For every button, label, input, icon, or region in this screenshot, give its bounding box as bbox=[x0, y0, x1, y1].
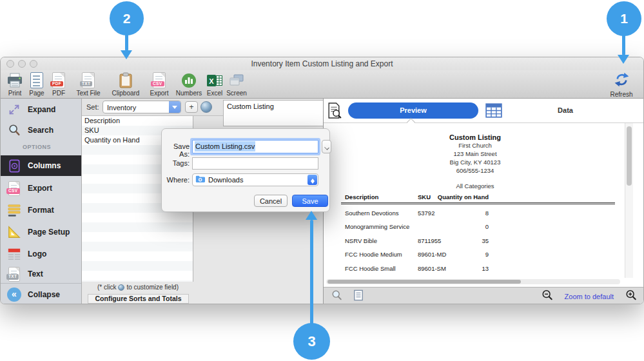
address-line: Big City, KY 40123 bbox=[420, 158, 530, 166]
sidebar-item-export[interactable]: CSV Export bbox=[1, 179, 81, 198]
report-notes-icon[interactable] bbox=[353, 289, 364, 304]
csv-doc-icon: CSV bbox=[6, 180, 22, 196]
sidebar-item-text[interactable]: TXT Text bbox=[1, 265, 81, 283]
data-grid-icon[interactable] bbox=[485, 102, 503, 122]
zoom-to-default-link[interactable]: Zoom to default bbox=[565, 293, 614, 300]
callout-1: 1 bbox=[607, 1, 641, 36]
save-dialog: Save As: Custom Listing.csv Tags: Where:… bbox=[161, 128, 330, 212]
add-set-button[interactable]: + bbox=[185, 101, 198, 113]
screenshot-canvas: Inventory Item Custom Listing and Export… bbox=[0, 0, 644, 361]
excel-icon: X bbox=[206, 72, 223, 89]
list-item[interactable]: Description bbox=[82, 116, 193, 126]
tab-data[interactable]: Data bbox=[536, 106, 594, 114]
customize-hint: (* click to customize field) bbox=[82, 284, 194, 291]
org-name: First Church bbox=[420, 141, 530, 150]
page-icon bbox=[30, 72, 43, 89]
table-cell: 53792 bbox=[418, 210, 434, 217]
txt-doc-icon: TXT bbox=[6, 266, 22, 282]
expand-icon bbox=[6, 102, 22, 117]
toolbar-numbers-button[interactable]: Numbers bbox=[174, 72, 204, 97]
screen-icon bbox=[228, 72, 245, 89]
phone: 606/555-1234 bbox=[420, 166, 530, 175]
svg-text:X: X bbox=[209, 77, 214, 84]
zoom-out-icon[interactable] bbox=[542, 289, 553, 304]
sidebar: Expand Search OPTIONS Columns CSV Export bbox=[1, 99, 82, 304]
toolbar-textfile-button[interactable]: TXT Text File bbox=[70, 72, 107, 97]
callout-2-arrow bbox=[121, 50, 132, 59]
sidebar-item-search[interactable]: Search bbox=[1, 121, 81, 140]
col-header-description: Description bbox=[345, 193, 378, 200]
clipboard-icon bbox=[117, 72, 134, 89]
expand-dialog-button[interactable] bbox=[322, 140, 331, 153]
callout-1-arrow bbox=[618, 55, 629, 64]
toolbar-export-button[interactable]: CSV Export bbox=[144, 72, 174, 97]
table-cell: NSRV Bible bbox=[345, 237, 377, 244]
collapse-icon bbox=[6, 287, 22, 302]
toolbar-page-button[interactable]: Page bbox=[26, 72, 48, 97]
preview-page: Custom Listing First Church 123 Main Str… bbox=[324, 123, 644, 278]
folder-stepper-icon[interactable] bbox=[307, 175, 317, 185]
save-as-input[interactable]: Custom Listing.csv bbox=[192, 140, 318, 153]
tab-preview[interactable]: Preview bbox=[348, 102, 478, 119]
preview-panel: Preview Data Custom Listing First Church… bbox=[323, 99, 644, 304]
category-label: All Categories bbox=[420, 182, 530, 190]
callout-2: 2 bbox=[110, 1, 144, 35]
titlebar: Inventory Item Custom Listing and Export bbox=[1, 57, 643, 70]
sidebar-item-expand[interactable]: Expand bbox=[1, 100, 81, 119]
toolbar-screen-button[interactable]: Screen bbox=[226, 72, 248, 97]
table-cell: 13 bbox=[433, 265, 489, 272]
scrollbar-thumb[interactable] bbox=[627, 126, 632, 186]
set-select[interactable]: Inventory bbox=[102, 101, 181, 113]
horizontal-scrollbar[interactable] bbox=[326, 279, 620, 284]
table-cell: 9 bbox=[433, 251, 489, 258]
col-header-sku: SKU bbox=[418, 193, 431, 200]
set-label: Set: bbox=[86, 103, 99, 111]
listing-name-field[interactable]: Custom Listing bbox=[223, 100, 324, 126]
callout-2-stem bbox=[125, 33, 128, 51]
cancel-button[interactable]: Cancel bbox=[254, 195, 288, 207]
where-label: Where: bbox=[162, 176, 190, 184]
table-cell: 35 bbox=[433, 237, 489, 244]
preview-doc-header: Custom Listing First Church 123 Main Str… bbox=[420, 133, 530, 190]
csv-doc-icon: CSV bbox=[153, 72, 166, 89]
save-button[interactable]: Save bbox=[292, 195, 328, 207]
toolbar-print-button[interactable]: Print bbox=[4, 72, 26, 97]
callout-3-arrow bbox=[306, 211, 317, 220]
table-cell: FCC Hoodie Medium bbox=[345, 251, 402, 258]
printer-icon bbox=[6, 72, 23, 89]
refresh-icon bbox=[614, 72, 630, 90]
preview-doc-icon bbox=[326, 102, 343, 122]
toolbar-pdf-button[interactable]: PDF PDF bbox=[48, 72, 70, 97]
sidebar-item-logo[interactable]: Logo bbox=[1, 244, 81, 264]
sidebar-item-page-setup[interactable]: Page Setup bbox=[1, 222, 81, 242]
downloads-folder-icon bbox=[195, 174, 205, 186]
header-rule bbox=[341, 202, 615, 204]
save-as-label: Save As: bbox=[162, 142, 190, 158]
customize-field-button[interactable] bbox=[200, 101, 212, 113]
tags-label: Tags: bbox=[162, 159, 190, 167]
preview-title: Custom Listing bbox=[420, 133, 530, 141]
sidebar-item-collapse[interactable]: Collapse bbox=[1, 284, 81, 304]
window-title: Inventory Item Custom Listing and Export bbox=[1, 59, 643, 68]
search-icon bbox=[6, 122, 22, 138]
callout-3: 3 bbox=[293, 323, 330, 360]
logo-icon bbox=[6, 246, 22, 262]
vertical-scrollbar[interactable] bbox=[625, 123, 633, 278]
toolbar: Print Page PDF PDF TXT Text File Clipboa… bbox=[1, 70, 643, 99]
sidebar-item-columns[interactable]: Columns bbox=[1, 155, 81, 176]
toolbar-excel-button[interactable]: X Excel bbox=[204, 72, 226, 97]
where-select[interactable]: Downloads bbox=[192, 173, 318, 186]
table-cell: FCC Hoodie Small bbox=[345, 265, 396, 272]
chevron-down-icon[interactable] bbox=[169, 101, 181, 113]
scrollbar-thumb[interactable] bbox=[327, 280, 521, 284]
zoom-in-icon[interactable] bbox=[625, 289, 637, 304]
col-header-qty: Quantity on Hand bbox=[433, 193, 489, 200]
magnifier-icon[interactable] bbox=[331, 289, 343, 304]
sidebar-item-format[interactable]: Format bbox=[1, 200, 81, 220]
table-cell: 0 bbox=[433, 223, 489, 230]
toolbar-clipboard-button[interactable]: Clipboard bbox=[107, 72, 144, 97]
tags-input[interactable] bbox=[192, 157, 318, 170]
toolbar-refresh-button[interactable]: Refresh bbox=[605, 72, 638, 98]
txt-doc-icon: TXT bbox=[82, 72, 95, 89]
configure-sorts-totals-button[interactable]: Configure Sorts and Totals bbox=[88, 294, 189, 304]
